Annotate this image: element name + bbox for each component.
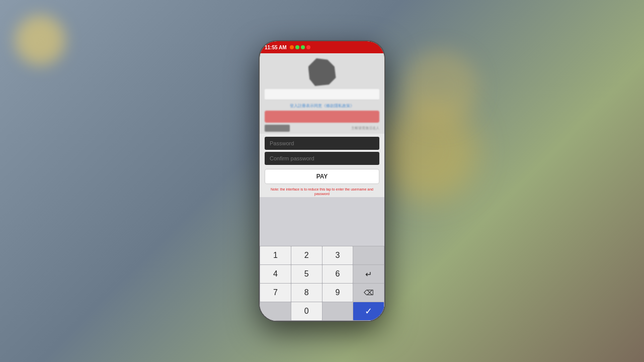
password-fields	[260, 134, 384, 167]
key-4[interactable]: 4	[260, 265, 291, 283]
status-time: 11:55 AM	[265, 45, 287, 50]
status-bar: 11:55 AM	[260, 41, 384, 53]
status-icons	[290, 45, 310, 49]
app-content-area: 登入註冊表示同意《條款隱私政策》 主帳號需激活送人	[260, 53, 384, 134]
key-9[interactable]: 9	[323, 284, 353, 302]
key-6[interactable]: 6	[323, 265, 353, 283]
key-8[interactable]: 8	[291, 284, 322, 302]
blurred-link: 主帳號需激活送人	[351, 126, 379, 131]
product-image	[308, 58, 336, 86]
key-delete[interactable]: ⌫	[353, 284, 384, 302]
key-empty-1	[353, 246, 384, 264]
key-empty-2	[260, 302, 291, 320]
confirm-password-input[interactable]	[265, 152, 379, 165]
dot-orange	[290, 45, 294, 49]
dot-green2	[301, 45, 305, 49]
password-input[interactable]	[265, 137, 379, 150]
phone-screen: 11:55 AM 登入註冊表示同意《條款隱私政策》 主帳號需激活送人	[260, 41, 384, 321]
dot-green1	[295, 45, 299, 49]
key-3[interactable]: 3	[323, 246, 353, 264]
key-empty-3	[323, 302, 353, 320]
keypad: 1 2 3 4 5 6 ↵ 7 8 9 ⌫ 0	[260, 197, 384, 321]
warning-text: Note: the interface is to reduce this ta…	[260, 186, 384, 197]
phone-input-blurred	[265, 89, 379, 100]
keypad-grid: 1 2 3 4 5 6 ↵ 7 8 9 ⌫ 0	[260, 246, 384, 321]
product-image-area	[265, 58, 379, 86]
key-5[interactable]: 5	[291, 265, 322, 283]
register-button-blurred	[265, 111, 379, 123]
key-0[interactable]: 0	[291, 302, 322, 320]
blurred-tag	[265, 125, 290, 132]
pay-button-label: PAY	[316, 173, 328, 180]
key-enter[interactable]: ↵	[353, 265, 384, 283]
key-2[interactable]: 2	[291, 246, 322, 264]
password-panel: PAY Note: the interface is to reduce thi…	[260, 134, 384, 321]
privacy-text: 登入註冊表示同意《條款隱私政策》	[265, 103, 379, 109]
dot-red	[306, 45, 310, 49]
key-7[interactable]: 7	[260, 284, 291, 302]
phone-frame: 11:55 AM 登入註冊表示同意《條款隱私政策》 主帳號需激活送人	[259, 40, 385, 322]
key-1[interactable]: 1	[260, 246, 291, 264]
bottom-row: 主帳號需激活送人	[265, 125, 379, 132]
pay-button[interactable]: PAY	[265, 169, 379, 184]
